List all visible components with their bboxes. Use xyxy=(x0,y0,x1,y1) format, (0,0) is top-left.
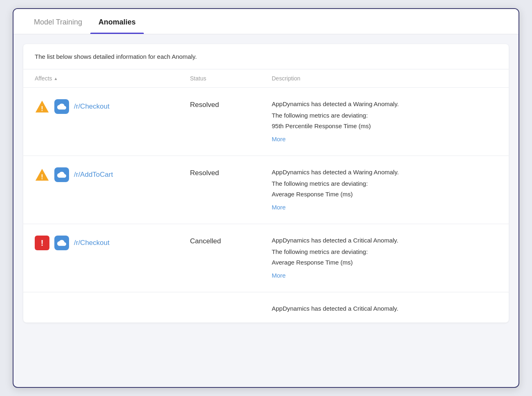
desc-title-4: AppDynamics has detected a Critical Anom… xyxy=(272,304,497,314)
affects-cell-2: ! /r/AddToCart xyxy=(35,167,190,182)
description-cell-4: AppDynamics has detected a Critical Anom… xyxy=(272,304,497,315)
cloud-icon xyxy=(57,102,66,111)
sort-arrow-affects: ▲ xyxy=(54,76,58,81)
card-info: The list below shows detailed informatio… xyxy=(23,44,509,69)
desc-metric-value-2: Average Response Time (ms) xyxy=(272,189,497,199)
desc-title-2: AppDynamics has detected a Waring Anomal… xyxy=(272,167,497,177)
status-cell-1: Resolved xyxy=(190,99,272,109)
cloud-badge-2 xyxy=(54,167,69,182)
warning-icon: ! xyxy=(35,99,49,114)
desc-title-3: AppDynamics has detected a Critical Anom… xyxy=(272,236,497,245)
description-cell-2: AppDynamics has detected a Waring Anomal… xyxy=(272,167,497,212)
more-link-2[interactable]: More xyxy=(272,202,286,212)
description-cell-3: AppDynamics has detected a Critical Anom… xyxy=(272,236,497,280)
table-header: Affects ▲ Status Description xyxy=(23,69,509,88)
desc-metric-value-3: Average Response Time (ms) xyxy=(272,258,497,267)
svg-text:!: ! xyxy=(41,105,43,112)
table-row: ! /r/Checkout Resolved AppDynamics has d… xyxy=(23,88,509,156)
warning-icon: ! xyxy=(35,167,49,182)
cloud-icon xyxy=(57,170,66,179)
svg-text:!: ! xyxy=(41,173,43,180)
table-row: ! /r/AddToCart Resolved AppDynamics has … xyxy=(23,156,509,224)
tab-anomalies[interactable]: Anomalies xyxy=(90,9,144,34)
critical-icon: ! xyxy=(35,236,49,250)
status-cell-4 xyxy=(190,304,272,305)
desc-metrics-label-2: The following metrics are deviating: xyxy=(272,179,497,189)
status-cell-2: Resolved xyxy=(190,167,272,177)
cloud-badge-3 xyxy=(54,236,69,250)
anomalies-card: The list below shows detailed informatio… xyxy=(23,44,509,323)
header-description: Description xyxy=(272,75,497,82)
tab-model-training[interactable]: Model Training xyxy=(26,9,90,34)
tab-bar: Model Training Anomalies xyxy=(13,9,519,34)
cloud-badge-1 xyxy=(54,99,69,114)
desc-title-1: AppDynamics has detected a Waring Anomal… xyxy=(272,99,497,109)
main-window: Model Training Anomalies The list below … xyxy=(13,8,519,388)
affects-cell-3: ! /r/Checkout xyxy=(35,236,190,250)
status-cell-3: Cancelled xyxy=(190,236,272,245)
desc-metric-value-1: 95th Percentile Response Time (ms) xyxy=(272,121,497,131)
cloud-icon xyxy=(57,238,66,247)
header-affects: Affects ▲ xyxy=(35,75,190,82)
table-row: AppDynamics has detected a Critical Anom… xyxy=(23,292,509,323)
table-row: ! /r/Checkout Cancelled AppDynamics has … xyxy=(23,224,509,292)
header-status: Status xyxy=(190,75,272,82)
more-link-1[interactable]: More xyxy=(272,134,286,144)
route-link-3[interactable]: /r/Checkout xyxy=(74,239,110,247)
route-link-1[interactable]: /r/Checkout xyxy=(74,102,110,111)
route-link-2[interactable]: /r/AddToCart xyxy=(74,171,113,179)
content-area: The list below shows detailed informatio… xyxy=(13,34,519,332)
desc-metrics-label-1: The following metrics are deviating: xyxy=(272,111,497,120)
affects-cell-1: ! /r/Checkout xyxy=(35,99,190,114)
more-link-3[interactable]: More xyxy=(272,271,286,280)
desc-metrics-label-3: The following metrics are deviating: xyxy=(272,247,497,257)
description-cell-1: AppDynamics has detected a Waring Anomal… xyxy=(272,99,497,144)
